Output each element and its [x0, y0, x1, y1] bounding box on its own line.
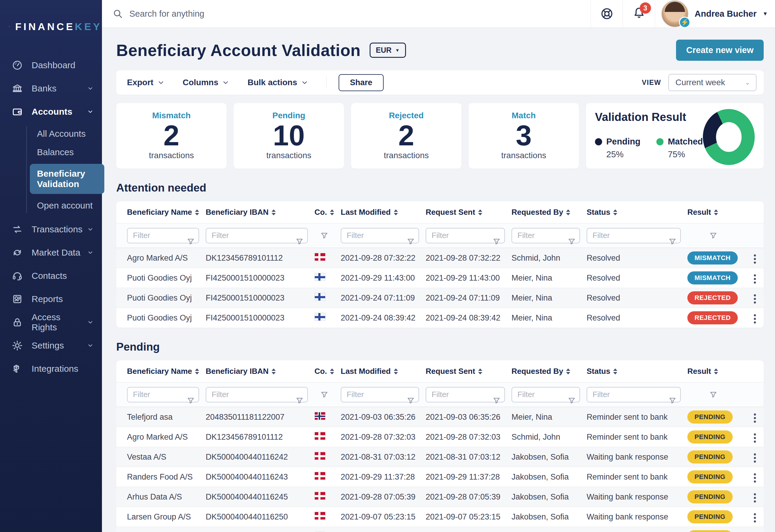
sidebar: FINANCEKEY Dashboard Banks Account	[0, 0, 102, 532]
chevron-down-icon	[87, 85, 94, 92]
cell-beneficiary-name: Puoti Goodies Oyj	[116, 313, 206, 323]
col-header-last-modified[interactable]: Last Modified	[341, 367, 426, 376]
sort-icon	[271, 209, 276, 215]
sidebar-item-banks[interactable]: Banks	[0, 77, 102, 100]
sort-icon	[271, 368, 276, 374]
chevron-down-icon: ▼	[395, 48, 400, 53]
col-header-status[interactable]: Status	[587, 367, 687, 376]
funnel-icon[interactable]	[709, 231, 717, 240]
sidebar-item-settings[interactable]: Settings	[0, 334, 102, 357]
col-header-beneficiary-iban[interactable]: Beneficiary IBAN	[206, 367, 314, 376]
col-header-status[interactable]: Status	[587, 208, 687, 217]
sidebar-item-beneficiary-validation[interactable]: Beneficiary Validation	[30, 164, 104, 194]
table-header: Beneficiary Name Beneficiary IBAN Co. La…	[116, 360, 764, 382]
sidebar-item-transactions[interactable]: Transactions	[0, 218, 102, 241]
user-menu[interactable]: ⚡ Andrea Bucher ▼	[655, 0, 775, 27]
country-flag-icon	[314, 452, 325, 460]
columns-menu[interactable]: Columns	[183, 78, 229, 87]
stat-card-unit: transactions	[266, 151, 311, 160]
sidebar-item-contacts[interactable]: Contacts	[0, 264, 102, 287]
table-row[interactable]: Agro Marked A/S DK123456789101112 2021-0…	[116, 248, 764, 268]
funnel-icon	[187, 237, 195, 246]
funnel-icon[interactable]	[320, 391, 328, 399]
col-header-requested-by[interactable]: Requested By	[512, 367, 587, 376]
table-row[interactable]: Agro Marked A/S DK123456789101112 2021-0…	[116, 427, 764, 447]
sidebar-item-balances[interactable]: Balances	[26, 143, 102, 161]
col-header-request-sent[interactable]: Request Sent	[426, 208, 512, 217]
help-button[interactable]	[591, 0, 623, 27]
funnel-icon[interactable]	[320, 231, 328, 240]
share-button[interactable]: Share	[338, 74, 383, 91]
bank-icon	[11, 83, 24, 94]
cell-requested-by: Schmid, John	[512, 433, 587, 442]
stat-card-value: 10	[273, 123, 305, 148]
sidebar-item-integrations[interactable]: Integrations	[0, 357, 102, 380]
bulk-actions-menu[interactable]: Bulk actions	[247, 78, 307, 87]
stat-card: Rejected 2 transactions	[351, 103, 462, 169]
search-input[interactable]	[129, 9, 338, 19]
cell-beneficiary-name: Agro Marked A/S	[116, 253, 206, 263]
filter-input-status[interactable]	[587, 228, 681, 243]
cell-beneficiary-name: Puoti Goodies Oyj	[116, 273, 206, 283]
validation-result-title: Validation Result	[595, 111, 703, 124]
currency-selector[interactable]: EUR▼	[369, 43, 406, 58]
table-row[interactable]: Randers Food A/S DK5000400440116243 2021…	[116, 467, 764, 487]
notification-badge: 3	[640, 2, 651, 14]
table-row[interactable]: Puoti Goodies Oyj FI4250001510000023 202…	[116, 308, 764, 328]
col-header-beneficiary-iban[interactable]: Beneficiary IBAN	[206, 208, 314, 217]
table-row[interactable]: Larsen Group A/S DK5000400440116250 2021…	[116, 507, 764, 527]
notifications-button[interactable]: 3	[623, 0, 655, 27]
result-badge: REJECTED	[687, 311, 738, 324]
create-new-view-button[interactable]: Create new view	[676, 40, 764, 61]
chevron-down-icon	[301, 79, 308, 86]
table-row[interactable]: Vestaa A/S DK5000400440116242 2021-08-31…	[116, 447, 764, 467]
table-row[interactable]: WEXCO A/S DK5000400440116285 2021-09-07 …	[116, 527, 764, 532]
view-select[interactable]: Current week⌄	[668, 74, 757, 91]
sidebar-item-access-rights[interactable]: Access Rights	[0, 311, 102, 334]
sort-icon	[613, 209, 617, 215]
filter-input-iban[interactable]	[206, 228, 308, 243]
export-menu[interactable]: Export	[127, 78, 164, 87]
col-header-request-sent[interactable]: Request Sent	[426, 367, 512, 376]
col-header-last-modified[interactable]: Last Modified	[341, 208, 426, 217]
divider	[326, 76, 327, 89]
sort-icon	[394, 209, 398, 215]
table-row[interactable]: Telefjord asa 204835011181122007 2021-09…	[116, 407, 764, 427]
stat-card-label: Pending	[272, 111, 305, 120]
table-row[interactable]: Puoti Goodies Oyj FI4250001510000023 202…	[116, 288, 764, 308]
cell-requested-by: Meier, Nina	[512, 273, 587, 283]
report-icon	[11, 294, 24, 304]
col-header-result[interactable]: Result	[687, 367, 746, 376]
validation-donut	[703, 109, 755, 165]
sidebar-item-dashboard[interactable]: Dashboard	[0, 54, 102, 77]
col-header-result[interactable]: Result	[687, 208, 746, 217]
col-header-beneficiary-name[interactable]: Beneficiary Name	[116, 208, 206, 217]
table-row[interactable]: Puoti Goodies Oyj FI4250001510000023 202…	[116, 268, 764, 288]
sort-icon	[613, 368, 617, 374]
market-data-icon	[11, 247, 24, 258]
sidebar-item-open-account[interactable]: Open account	[26, 196, 102, 215]
cell-beneficiary-name: Vestaa A/S	[116, 452, 206, 462]
filter-row	[116, 382, 764, 407]
col-header-requested-by[interactable]: Requested By	[512, 208, 587, 217]
country-flag-icon	[314, 492, 325, 500]
sidebar-item-market-data[interactable]: Market Data	[0, 241, 102, 264]
col-header-country[interactable]: Co.	[314, 367, 341, 376]
cell-status: Resolved	[587, 293, 687, 303]
country-flag-icon	[314, 313, 325, 321]
sidebar-item-accounts[interactable]: Accounts	[0, 100, 102, 123]
sidebar-item-all-accounts[interactable]: All Accounts	[26, 125, 102, 143]
cell-requested-by: Jakobsen, Sofia	[512, 512, 587, 522]
filter-input-iban[interactable]	[206, 387, 308, 402]
col-header-beneficiary-name[interactable]: Beneficiary Name	[116, 367, 206, 376]
stat-card-label: Match	[512, 111, 536, 120]
cell-beneficiary-iban: FI4250001510000023	[206, 313, 314, 323]
table-toolbar: Export Columns Bulk actions Share VIEW C…	[116, 70, 764, 95]
sidebar-item-reports[interactable]: Reports	[0, 287, 102, 311]
table-row[interactable]: Arhus Data A/S DK5000400440116245 2021-0…	[116, 487, 764, 507]
funnel-icon[interactable]	[709, 391, 717, 399]
filter-input-status[interactable]	[587, 387, 681, 402]
result-badge: PENDING	[687, 450, 733, 463]
col-header-country[interactable]: Co.	[314, 208, 341, 217]
funnel-icon	[493, 237, 501, 246]
